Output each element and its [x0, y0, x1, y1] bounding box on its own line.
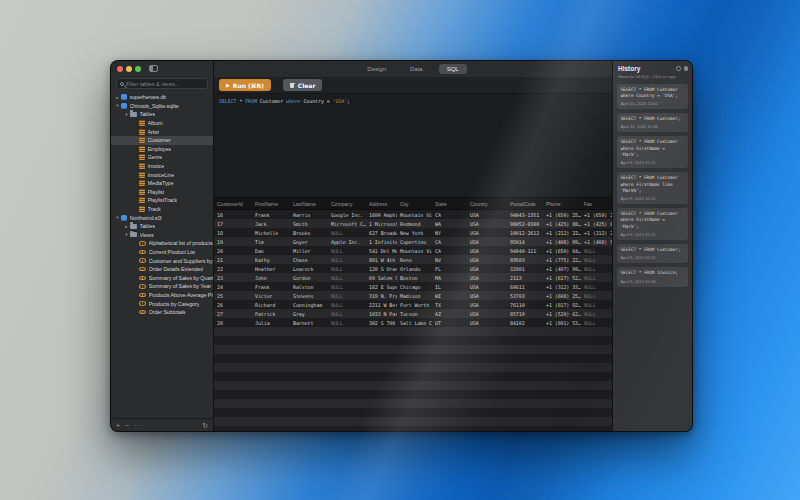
column-header-country[interactable]: Country [467, 201, 507, 207]
table-cell: Mountain Vi… [397, 212, 432, 218]
zoom-window-button[interactable] [135, 66, 141, 72]
tree-item-order-subtotals[interactable]: Order Subtotals [111, 308, 213, 317]
tree-item-label: Northwind.sl3 [130, 215, 162, 221]
tree-item-products-above-average-price[interactable]: Products Above Average Price [111, 291, 213, 300]
disclosure-collapsed-icon[interactable]: ▸ [114, 95, 121, 100]
history-settings-icon[interactable] [684, 66, 689, 71]
tab-sql[interactable]: SQL [439, 64, 467, 74]
table-cell: USA [467, 302, 507, 308]
tree-item-album[interactable]: Album [111, 119, 213, 128]
clear-button-label: Clear [298, 82, 316, 89]
tree-item-order-details-extended[interactable]: Order Details Extended [111, 265, 213, 274]
tree-item-invoice[interactable]: Invoice [111, 162, 213, 171]
tree-item-summary-of-sales-by-quarter[interactable]: Summary of Sales by Quarter [111, 273, 213, 282]
tree-item-playlist[interactable]: Playlist [111, 188, 213, 197]
table-row[interactable]: 19TimGoyerApple Inc.1 Infinite…Cupertino… [214, 237, 612, 246]
run-query-button[interactable]: ▶ Run (⌘R) [219, 79, 271, 91]
history-item[interactable]: SELECT * FROM Customer where FirstName =… [617, 208, 688, 240]
history-item[interactable]: SELECT * FROM Customer where Country = '… [617, 84, 688, 110]
tree-item-alphabetical-list-of-products[interactable]: Alphabetical list of products [111, 239, 213, 248]
table-row[interactable]: 26RichardCunninghamNULL2211 W Berr…Fort … [214, 300, 612, 309]
disclosure-expanded-icon[interactable]: ▾ [123, 112, 130, 117]
toggle-sidebar-icon[interactable] [149, 65, 158, 72]
table-row[interactable]: 24FrankRalstonNULL162 E Super…ChicagoILU… [214, 282, 612, 291]
table-cell: 2113 [507, 275, 543, 281]
disclosure-expanded-icon[interactable]: ▾ [123, 232, 130, 237]
column-header-postalcode[interactable]: PostalCode [507, 201, 543, 207]
tree-item-invoiceline[interactable]: InvoiceLine [111, 170, 213, 179]
column-header-firstname[interactable]: FirstName [252, 201, 290, 207]
tree-item-artist[interactable]: Artist [111, 127, 213, 136]
more-options-button[interactable]: ··· [134, 422, 143, 428]
add-connection-button[interactable]: + [116, 422, 120, 429]
table-row[interactable]: 25VictorStevensNULL319 N. Fran…MadisonWI… [214, 291, 612, 300]
tree-item-products-by-category[interactable]: Products by Category [111, 299, 213, 308]
disclosure-collapsed-icon[interactable]: ▸ [123, 224, 130, 229]
tree-item-summary-of-sales-by-year[interactable]: Summary of Sales by Year [111, 282, 213, 291]
table-cell: Dan [252, 248, 290, 254]
tab-design[interactable]: Design [359, 64, 394, 74]
tree-item-customer-and-suppliers-by-city[interactable]: Customer and Suppliers by City [111, 256, 213, 265]
view-icon [139, 310, 146, 315]
tree-item-genre[interactable]: Genre [111, 153, 213, 162]
sql-token: Country = [301, 98, 333, 104]
tree-item-northwind-sl3[interactable]: ▾Northwind.sl3 [111, 213, 213, 222]
table-row[interactable]: 20DanMillerNULL541 Del Med…Mountain Vi…C… [214, 246, 612, 255]
table-cell: 22 [214, 266, 252, 272]
history-item[interactable]: SELECT * FROM Customer where FirstName l… [617, 172, 688, 204]
tab-data[interactable]: Data [402, 64, 431, 74]
column-header-state[interactable]: State [432, 201, 467, 207]
disclosure-expanded-icon[interactable]: ▾ [114, 215, 121, 220]
table-icon [139, 206, 145, 212]
tree-item-mediatype[interactable]: MediaType [111, 179, 213, 188]
table-row[interactable]: 16FrankHarrisGoogle Inc.1600 Amphit…Moun… [214, 210, 612, 219]
column-header-customerid[interactable]: CustomerId [214, 201, 252, 207]
tree-item-label: Views [140, 232, 154, 238]
tree-item-playlisttrack[interactable]: PlaylistTrack [111, 196, 213, 205]
table-cell: Patrick [252, 311, 290, 317]
table-cell: Kathy [252, 257, 290, 263]
remove-connection-button[interactable]: − [125, 422, 129, 429]
table-row[interactable]: 27PatrickGrayNULL1033 N Park…TucsonAZUSA… [214, 309, 612, 318]
table-cell: Jack [252, 221, 290, 227]
tree-item-tables[interactable]: ▾Tables [111, 110, 213, 119]
clear-history-icon[interactable] [676, 66, 681, 71]
column-header-fax[interactable]: Fax [581, 201, 612, 207]
table-row[interactable]: 17JackSmithMicrosoft C…1 Microsoft…Redmo… [214, 219, 612, 228]
column-header-address[interactable]: Address [366, 201, 397, 207]
disclosure-expanded-icon[interactable]: ▾ [114, 103, 121, 108]
table-row[interactable]: 21KathyChaseNULL801 W 4th S…RenoNVUSA895… [214, 255, 612, 264]
tree-item-label: Summary of Sales by Year [149, 283, 211, 289]
table-row[interactable]: 23JohnGordonNULL69 Salem St…BostonMAUSA2… [214, 273, 612, 282]
tree-item-current-product-list[interactable]: Current Product List [111, 248, 213, 257]
table-row[interactable]: 22HeatherLeacockNULL120 S Orang…OrlandoF… [214, 264, 612, 273]
tree-item-chinook-sqlite-sqlite[interactable]: ▾Chinook_Sqlite.sqlite [111, 102, 213, 111]
minimize-window-button[interactable] [126, 66, 132, 72]
history-item[interactable]: SELECT * FROM Customer where FirstName =… [617, 136, 688, 168]
clear-query-button[interactable]: Clear [283, 79, 323, 91]
column-header-phone[interactable]: Phone [543, 201, 581, 207]
history-item[interactable]: SELECT * FROM Customer;April 10, 2020 11… [617, 113, 688, 132]
tree-item-tables[interactable]: ▸Tables [111, 222, 213, 231]
table-cell: 2211 W Berr… [366, 302, 397, 308]
sql-editor[interactable]: SELECT * FROM Customer where Country = '… [214, 94, 612, 197]
tree-item-track[interactable]: Track [111, 205, 213, 214]
sidebar-search-box[interactable] [116, 78, 208, 89]
history-item[interactable]: SELECT * FROM Customer;April 8, 2020 10:… [617, 244, 688, 263]
table-row[interactable]: 28JuliaBarnettNULL302 S 700 ESalt Lake C… [214, 318, 612, 327]
column-header-lastname[interactable]: LastName [290, 201, 328, 207]
history-list: SELECT * FROM Customer where Country = '… [613, 81, 692, 432]
filter-tables-input[interactable] [126, 81, 204, 87]
tree-item-employee[interactable]: Employee [111, 145, 213, 154]
view-icon [139, 293, 146, 298]
close-window-button[interactable] [117, 66, 123, 72]
tree-item-customer[interactable]: Customer [111, 136, 213, 145]
column-header-city[interactable]: City [397, 201, 432, 207]
column-header-company[interactable]: Company [328, 201, 366, 207]
refresh-icon[interactable]: ↻ [202, 422, 208, 429]
tree-item-superheroes-db[interactable]: ▸superheroes.db [111, 93, 213, 102]
tree-item-views[interactable]: ▾Views [111, 231, 213, 240]
table-row[interactable]: 18MichelleBrooksNULL627 BroadwayNew York… [214, 228, 612, 237]
trash-icon [290, 83, 295, 88]
history-item[interactable]: SELECT * FROM Invoice;April 8, 2020 10:0… [617, 267, 688, 286]
